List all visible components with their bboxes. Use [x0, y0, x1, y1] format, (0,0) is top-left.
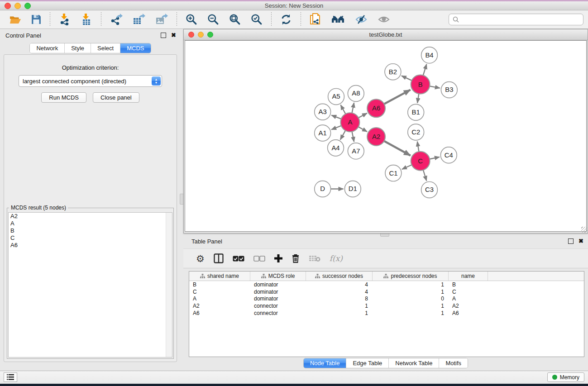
graph-node-B[interactable]: B	[411, 75, 430, 94]
graph-node-A5[interactable]: A5	[328, 88, 344, 105]
tab-network[interactable]: Network	[30, 43, 64, 53]
cell-MCDS-role[interactable]: dominator	[250, 281, 306, 288]
cell-predecessor-nodes[interactable]: 1	[373, 281, 449, 288]
mcds-result-item[interactable]: B	[9, 227, 172, 234]
network-window-titlebar[interactable]: testGlobe.txt	[184, 29, 588, 40]
graph-node-D[interactable]: D	[315, 181, 331, 197]
cell-name[interactable]: A6	[449, 310, 488, 316]
graph-node-A7[interactable]: A7	[348, 143, 364, 159]
cell-name[interactable]: B	[449, 281, 488, 288]
cell-predecessor-nodes[interactable]: 1	[373, 310, 449, 316]
table-row[interactable]: Adominator80A	[189, 295, 584, 302]
cell-name[interactable]: C	[449, 289, 488, 295]
table-row[interactable]: Bdominator41B	[189, 281, 584, 288]
select-all-columns-button[interactable]	[233, 256, 244, 262]
cell-name[interactable]: A	[449, 295, 488, 302]
cell-predecessor-nodes[interactable]: 0	[373, 295, 449, 302]
hide-graphics-details-button[interactable]	[353, 13, 369, 26]
export-table-button[interactable]	[131, 13, 147, 26]
memory-button[interactable]: Memory	[547, 372, 584, 382]
cell-MCDS-role[interactable]: connector	[250, 303, 306, 309]
zoom-fit-button[interactable]	[227, 13, 243, 26]
graph-node-A6[interactable]: A6	[367, 99, 385, 117]
column-header-shared-name[interactable]: shared name	[189, 272, 250, 281]
cell-predecessor-nodes[interactable]: 1	[373, 289, 449, 295]
task-history-button[interactable]	[4, 372, 17, 382]
graph-node-C1[interactable]: C1	[385, 165, 402, 181]
network-canvas[interactable]: B4B2B3A8A5A3B1A1C2A4A7C4C1C3DD1BA6AA2C	[185, 40, 587, 232]
search-field[interactable]	[449, 14, 583, 25]
column-header-MCDS-role[interactable]: MCDS role	[250, 272, 306, 281]
delete-table-button[interactable]	[309, 255, 320, 262]
mcds-result-item[interactable]: A2	[9, 213, 172, 220]
graph-node-B1[interactable]: B1	[408, 104, 424, 120]
zoom-in-button[interactable]	[184, 13, 199, 26]
tab-mcds[interactable]: MCDS	[120, 43, 150, 53]
cell-successor-nodes[interactable]: 1	[306, 310, 373, 316]
graph-node-C4[interactable]: C4	[440, 147, 457, 163]
cell-successor-nodes[interactable]: 4	[306, 281, 373, 288]
export-image-button[interactable]	[153, 13, 170, 26]
cell-shared-name[interactable]: A6	[189, 310, 250, 316]
criterion-dropdown[interactable]: largest connected component (directed) ▲…	[19, 75, 162, 87]
table-tab-motifs[interactable]: Motifs	[439, 358, 468, 368]
import-network-button[interactable]	[57, 13, 72, 26]
unselect-all-columns-button[interactable]	[253, 256, 265, 262]
table-row[interactable]: Cdominator41C	[189, 288, 584, 295]
graph-node-B4[interactable]: B4	[421, 47, 438, 63]
cell-shared-name[interactable]: B	[189, 281, 250, 288]
cell-MCDS-role[interactable]: connector	[250, 310, 306, 316]
apply-function-button[interactable]: f(x)	[330, 254, 343, 263]
cell-name[interactable]: A2	[449, 303, 488, 309]
cell-shared-name[interactable]: C	[189, 289, 250, 295]
cell-successor-nodes[interactable]: 1	[306, 303, 373, 309]
cell-successor-nodes[interactable]: 4	[306, 289, 373, 295]
graph-node-D1[interactable]: D1	[344, 181, 361, 197]
import-table-button[interactable]	[79, 13, 94, 26]
export-network-button[interactable]	[108, 13, 124, 26]
column-header-predecessor-nodes[interactable]: predecessor nodes	[373, 272, 449, 281]
show-columns-button[interactable]	[214, 253, 224, 263]
mcds-result-item[interactable]: C	[9, 234, 172, 242]
tab-select[interactable]: Select	[91, 43, 120, 53]
cell-MCDS-role[interactable]: dominator	[250, 289, 306, 295]
cell-MCDS-role[interactable]: dominator	[250, 295, 306, 302]
mcds-result-item[interactable]: A	[9, 220, 172, 227]
graph-node-A2[interactable]: A2	[367, 128, 385, 146]
scrollbar-track[interactable]	[166, 213, 172, 357]
graph-node-A3[interactable]: A3	[315, 104, 331, 120]
table-tab-node-table[interactable]: Node Table	[304, 358, 346, 368]
zoom-out-button[interactable]	[206, 13, 221, 26]
cell-shared-name[interactable]: A2	[189, 303, 250, 309]
run-mcds-button[interactable]: Run MCDS	[41, 92, 86, 103]
float-table-panel-icon[interactable]	[568, 238, 574, 244]
close-panel-icon[interactable]: ✖	[171, 33, 176, 38]
column-header-successor-nodes[interactable]: successor nodes	[306, 272, 373, 281]
mcds-result-list[interactable]: A2ABCA6	[8, 212, 172, 357]
create-column-button[interactable]	[274, 254, 282, 262]
table-tab-edge-table[interactable]: Edge Table	[346, 358, 388, 368]
table-row[interactable]: A6connector11A6	[189, 310, 584, 317]
delete-column-button[interactable]	[292, 254, 300, 263]
table-tab-network-table[interactable]: Network Table	[388, 358, 439, 368]
refresh-button[interactable]	[278, 13, 294, 26]
graph-node-A8[interactable]: A8	[348, 86, 364, 102]
search-input[interactable]	[459, 16, 583, 23]
graph-node-B3[interactable]: B3	[441, 82, 457, 98]
tab-style[interactable]: Style	[64, 43, 91, 53]
column-header-name[interactable]: name	[449, 272, 488, 281]
window-titlebar[interactable]: Session: New Session	[0, 1, 588, 10]
home-button[interactable]	[330, 13, 347, 26]
cell-predecessor-nodes[interactable]: 1	[373, 303, 449, 309]
node-table[interactable]: shared nameMCDS rolesuccessor nodesprede…	[189, 271, 584, 357]
clone-network-button[interactable]	[308, 12, 323, 27]
cell-shared-name[interactable]: A	[189, 295, 250, 302]
open-session-button[interactable]	[8, 14, 23, 25]
close-table-panel-icon[interactable]: ✖	[578, 239, 583, 243]
float-panel-icon[interactable]	[161, 33, 166, 38]
close-panel-button[interactable]: Close panel	[93, 92, 139, 103]
table-row[interactable]: A2connector11A2	[189, 302, 584, 310]
table-settings-button[interactable]: ⚙	[196, 254, 205, 263]
resize-grip-icon[interactable]	[581, 227, 587, 233]
save-session-button[interactable]	[29, 14, 43, 25]
